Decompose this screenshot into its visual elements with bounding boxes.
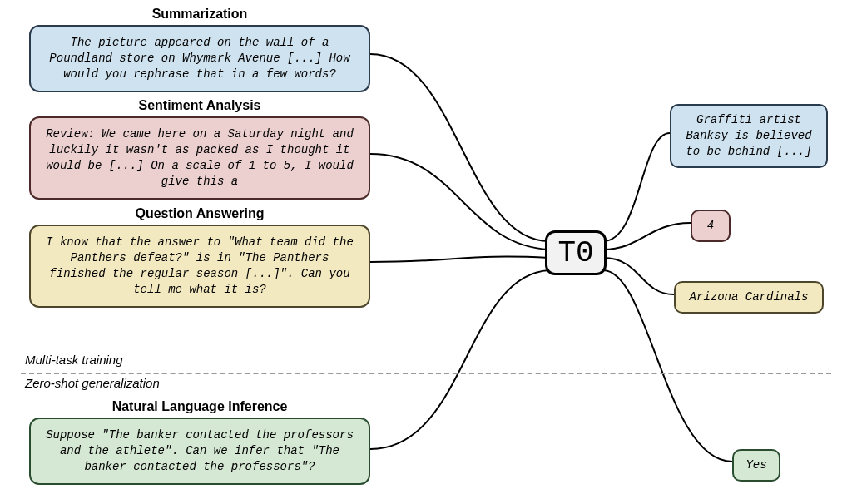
- sentiment-prompt-text: Review: We came here on a Saturday night…: [46, 127, 354, 188]
- nli-title: Natural Language Inference: [29, 399, 370, 414]
- sentiment-title: Sentiment Analysis: [29, 98, 370, 113]
- qa-prompt-box: I know that the answer to "What team did…: [29, 225, 370, 308]
- nli-prompt-box: Suppose "The banker contacted the profes…: [29, 418, 370, 485]
- sentiment-output-box: 4: [691, 210, 731, 242]
- qa-title: Question Answering: [29, 206, 370, 221]
- qa-output-text: Arizona Cardinals: [690, 290, 809, 304]
- sentiment-prompt-box: Review: We came here on a Saturday night…: [29, 116, 370, 200]
- sentiment-output-text: 4: [707, 219, 714, 232]
- summarization-output-text: Graffiti artist Banksy is believed to be…: [686, 113, 811, 158]
- qa-output-box: Arizona Cardinals: [674, 281, 824, 314]
- nli-prompt-text: Suppose "The banker contacted the profes…: [46, 428, 354, 473]
- section-divider: [21, 373, 831, 374]
- nli-output-box: Yes: [732, 449, 780, 482]
- training-section-label: Multi-task training: [25, 353, 123, 367]
- zeroshot-section-label: Zero-shot generalization: [25, 376, 160, 390]
- summarization-output-box: Graffiti artist Banksy is believed to be…: [670, 104, 828, 168]
- summarization-prompt-text: The picture appeared on the wall of a Po…: [49, 36, 349, 81]
- model-box: T0: [545, 230, 607, 275]
- nli-output-text: Yes: [746, 458, 766, 472]
- summarization-title: Summarization: [29, 7, 370, 22]
- qa-prompt-text: I know that the answer to "What team did…: [46, 235, 354, 296]
- summarization-prompt-box: The picture appeared on the wall of a Po…: [29, 25, 370, 92]
- model-name-text: T0: [557, 236, 593, 270]
